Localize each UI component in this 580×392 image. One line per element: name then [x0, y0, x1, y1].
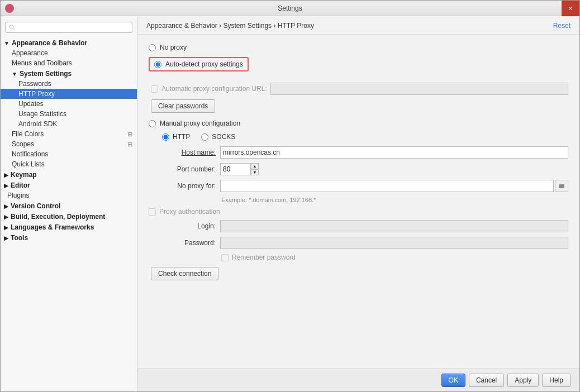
no-proxy-for-row: No proxy for: — [149, 180, 568, 192]
proxy-auth-row: Proxy authentication — [149, 208, 568, 216]
sidebar-item-keymap[interactable]: ▶ Keymap — [1, 169, 137, 180]
sidebar-item-label: Usage Statistics — [18, 110, 66, 118]
remember-password-checkbox[interactable] — [221, 254, 229, 261]
sidebar-item-usage-statistics[interactable]: Usage Statistics — [1, 109, 137, 119]
expand-arrow: ▶ — [4, 214, 8, 220]
close-button[interactable]: × — [562, 1, 579, 16]
sidebar-item-menus-toolbars[interactable]: Menus and Toolbars — [1, 58, 137, 68]
host-name-row: Host name: — [149, 146, 568, 159]
expand-arrow: ▶ — [4, 183, 8, 189]
cancel-button[interactable]: Cancel — [469, 374, 504, 387]
auto-config-url-checkbox[interactable] — [151, 85, 158, 93]
auto-config-url-input[interactable] — [270, 83, 568, 95]
reset-link[interactable]: Reset — [553, 22, 571, 30]
sidebar-item-android-sdk[interactable]: Android SDK — [1, 119, 137, 129]
auto-detect-radio[interactable] — [154, 61, 161, 68]
sidebar: ▼ Appearance & Behavior Appearance Menus… — [1, 16, 137, 391]
browse-button[interactable] — [555, 180, 568, 192]
sidebar-item-updates[interactable]: Updates — [1, 99, 137, 109]
sidebar-item-notifications[interactable]: Notifications — [1, 149, 137, 159]
no-proxy-for-input[interactable] — [220, 180, 554, 192]
help-button[interactable]: Help — [542, 374, 571, 387]
sidebar-item-label: System Settings — [20, 70, 72, 78]
sidebar-item-tools[interactable]: ▶ Tools — [1, 232, 137, 243]
clear-passwords-button[interactable]: Clear passwords — [151, 99, 215, 113]
expand-arrow: ▶ — [4, 224, 8, 231]
sidebar-item-label: Build, Execution, Deployment — [11, 213, 105, 221]
settings-window: Settings × ▼ Appearance & Behavior Appea… — [0, 0, 580, 392]
remember-password-label: Remember password — [232, 254, 296, 261]
sidebar-item-file-colors[interactable]: File Colors ⊞ — [1, 129, 137, 139]
no-proxy-for-label: No proxy for: — [149, 182, 216, 190]
apply-button[interactable]: Apply — [507, 374, 539, 387]
auto-proxy-url-row: Automatic proxy configuration URL: — [149, 83, 568, 95]
sidebar-item-label: File Colors — [12, 130, 44, 138]
sidebar-item-appearance[interactable]: Appearance — [1, 48, 137, 58]
no-proxy-label[interactable]: No proxy — [160, 44, 187, 51]
sidebar-item-label: Updates — [18, 100, 44, 108]
password-row: Password: — [149, 237, 568, 249]
search-input[interactable] — [17, 23, 129, 31]
manual-proxy-label[interactable]: Manual proxy configuration — [160, 119, 240, 127]
auto-detect-label[interactable]: Auto-detect proxy settings — [165, 60, 243, 68]
sidebar-item-version-control[interactable]: ▶ Version Control — [1, 200, 137, 211]
sidebar-item-label: Android SDK — [18, 120, 57, 128]
app-icon — [5, 4, 14, 13]
port-spinner: ▲ ▼ — [220, 163, 259, 175]
sidebar-item-editor[interactable]: ▶ Editor — [1, 180, 137, 190]
sidebar-item-plugins[interactable]: Plugins — [1, 190, 137, 200]
expand-arrow: ▼ — [4, 40, 9, 46]
proxy-type-row: HTTP SOCKS — [162, 133, 568, 141]
port-decrement-button[interactable]: ▼ — [251, 169, 259, 175]
password-label: Password: — [149, 239, 216, 247]
sidebar-item-label: Appearance & Behavior — [12, 39, 87, 47]
port-input[interactable] — [220, 163, 251, 175]
sidebar-item-languages-frameworks[interactable]: ▶ Languages & Frameworks — [1, 222, 137, 232]
svg-point-0 — [9, 25, 13, 29]
ok-button[interactable]: OK — [441, 374, 465, 387]
search-box[interactable] — [5, 22, 132, 33]
sidebar-item-label: Editor — [11, 181, 30, 189]
sidebar-item-label: Notifications — [12, 150, 48, 158]
check-connection-area: Check connection — [149, 267, 568, 280]
folder-icon — [558, 183, 565, 189]
sidebar-item-label: Languages & Frameworks — [11, 223, 94, 231]
expand-arrow: ▶ — [4, 203, 8, 209]
login-input[interactable] — [220, 220, 568, 232]
http-type-radio[interactable] — [162, 133, 169, 141]
http-label[interactable]: HTTP — [173, 133, 190, 141]
port-number-row: Port number: ▲ ▼ — [149, 163, 568, 175]
sidebar-item-label: Appearance — [12, 49, 48, 57]
sidebar-item-label: HTTP Proxy — [18, 90, 55, 98]
breadcrumb-bar: Appearance & Behavior › System Settings … — [137, 16, 579, 35]
sidebar-item-label: Scopes — [12, 140, 34, 148]
port-increment-button[interactable]: ▲ — [251, 163, 259, 169]
login-row: Login: — [149, 220, 568, 232]
window-title: Settings — [278, 4, 302, 12]
sidebar-item-label: Plugins — [7, 192, 29, 199]
expand-arrow: ▶ — [4, 172, 8, 178]
host-name-input[interactable] — [220, 146, 568, 159]
sidebar-item-build-execution[interactable]: ▶ Build, Execution, Deployment — [1, 211, 137, 222]
search-icon — [9, 24, 15, 31]
sidebar-item-passwords[interactable]: Passwords — [1, 79, 137, 89]
check-connection-button[interactable]: Check connection — [151, 267, 218, 280]
settings-icon: ⊞ — [127, 131, 132, 138]
content-area: ▼ Appearance & Behavior Appearance Menus… — [1, 16, 579, 391]
sidebar-item-http-proxy[interactable]: HTTP Proxy — [1, 89, 137, 99]
proxy-auth-checkbox[interactable] — [149, 208, 156, 216]
socks-label[interactable]: SOCKS — [212, 133, 235, 141]
no-proxy-radio[interactable] — [149, 44, 156, 51]
expand-arrow: ▼ — [12, 71, 17, 77]
password-input[interactable] — [220, 237, 568, 249]
manual-proxy-radio[interactable] — [149, 120, 156, 127]
sidebar-item-appearance-behavior[interactable]: ▼ Appearance & Behavior — [1, 37, 137, 48]
sidebar-item-system-settings[interactable]: ▼ System Settings — [1, 68, 137, 79]
proxy-auth-label: Proxy authentication — [159, 208, 220, 216]
sidebar-item-scopes[interactable]: Scopes ⊞ — [1, 139, 137, 149]
host-name-label: Host name: — [149, 149, 216, 156]
socks-type-radio[interactable] — [201, 133, 208, 141]
sidebar-item-quick-lists[interactable]: Quick Lists — [1, 159, 137, 169]
svg-rect-2 — [559, 184, 564, 188]
example-text: Example: *.domain.com, 192.168.* — [221, 197, 568, 203]
